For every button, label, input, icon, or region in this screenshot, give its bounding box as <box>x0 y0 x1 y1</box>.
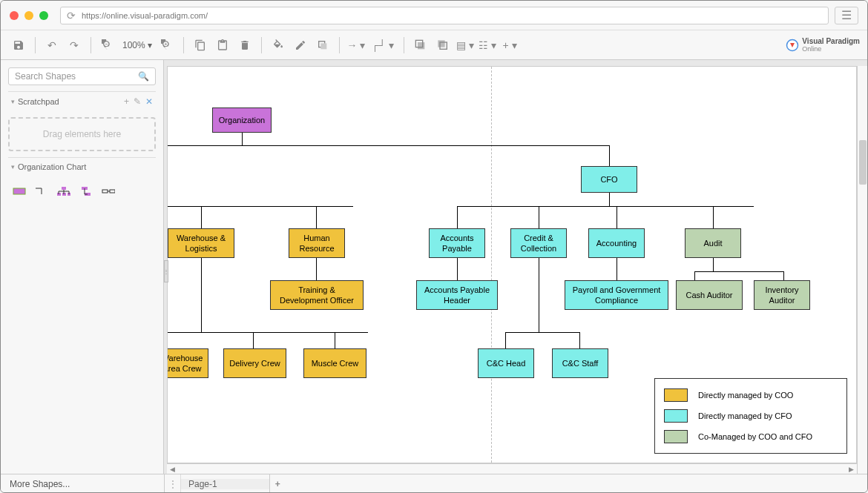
connection-button[interactable]: → ▾ <box>346 35 366 56</box>
paste-button[interactable] <box>212 35 233 56</box>
node-acct[interactable]: Accounting <box>588 228 645 258</box>
delete-button[interactable] <box>234 35 255 56</box>
zoom-in-button[interactable] <box>157 35 177 56</box>
url-text: https://online.visual-paradigm.com/ <box>82 11 208 20</box>
window-maximize[interactable] <box>39 11 48 20</box>
redo-button[interactable]: ↷ <box>64 35 85 56</box>
legend-swatch-coo <box>664 388 688 402</box>
node-whcrew[interactable]: Warehouse Area Crew <box>167 348 208 378</box>
node-mc[interactable]: Muscle Crew <box>303 348 366 378</box>
node-ap[interactable]: Accounts Payable <box>429 228 485 258</box>
node-training[interactable]: Training & Development Officer <box>270 280 364 310</box>
shape-box-icon[interactable] <box>13 186 26 196</box>
shape-palette <box>8 182 156 201</box>
zoom-out-button[interactable] <box>97 35 118 56</box>
fill-color-button[interactable] <box>268 35 289 56</box>
browser-menu[interactable]: ☰ <box>835 7 858 24</box>
legend-row-coo: Directly managed by COO <box>661 385 841 406</box>
guide-line <box>491 67 492 463</box>
copy-button[interactable] <box>190 35 211 56</box>
sidebar-collapse-handle[interactable]: ⋮ <box>164 260 168 282</box>
legend-label: Directly managed by CFO <box>698 411 792 420</box>
to-front-button[interactable] <box>410 35 431 56</box>
svg-rect-8 <box>62 187 66 190</box>
palette-title: Organization Chart <box>18 162 86 171</box>
tab-label: Page-1 <box>181 479 269 489</box>
search-shapes-input[interactable]: Search Shapes 🔍 <box>8 67 156 85</box>
scratchpad-dropzone[interactable]: Drag elements here <box>8 117 156 151</box>
add-button[interactable]: + ▾ <box>499 35 520 56</box>
node-aph[interactable]: Accounts Payable Header <box>416 280 498 310</box>
brand-sub: Online <box>802 45 860 53</box>
shape-tree3-icon[interactable] <box>57 186 70 196</box>
shape-tree2-icon[interactable] <box>79 186 93 196</box>
more-shapes-link[interactable]: More Shapes... <box>1 474 164 493</box>
browser-bar: ⟳ https://online.visual-paradigm.com/ ☰ <box>1 1 867 30</box>
node-cfo[interactable]: CFO <box>581 166 637 193</box>
legend-row-cfo: Directly managed by CFO <box>661 406 841 426</box>
page-tab-1[interactable]: ⋮ Page-1 <box>164 474 269 493</box>
url-bar[interactable]: ⟳ https://online.visual-paradigm.com/ <box>60 7 829 24</box>
node-warehouse[interactable]: Warehouse & Logistics <box>168 228 234 258</box>
page-tabs: More Shapes... ⋮ Page-1 + <box>1 474 867 493</box>
reload-icon[interactable]: ⟳ <box>67 10 76 21</box>
line-color-button[interactable] <box>290 35 311 56</box>
save-button[interactable] <box>8 35 29 56</box>
scratchpad-add-icon[interactable]: + <box>124 96 129 107</box>
window-close[interactable] <box>10 11 19 20</box>
legend-swatch-both <box>664 430 688 443</box>
node-cash[interactable]: Cash Auditor <box>676 280 743 310</box>
brand: Visual ParadigmOnline <box>786 37 860 53</box>
horizontal-scrollbar[interactable]: ◀▶ <box>167 463 857 474</box>
brand-name: Visual Paradigm <box>802 37 860 45</box>
zoom-value: 100% <box>122 40 145 50</box>
add-page-button[interactable]: + <box>269 474 286 493</box>
sidebar: Search Shapes 🔍 ▾ Scratchpad + ✎ ✕ Drag … <box>1 60 164 474</box>
scratchpad-close-icon[interactable]: ✕ <box>145 96 153 107</box>
legend-swatch-cfo <box>664 409 688 423</box>
window-controls <box>10 11 48 20</box>
diagram-canvas[interactable]: Organization CFO Warehouse & Logistics H… <box>167 66 857 463</box>
svg-rect-1 <box>320 43 326 49</box>
collapse-icon: ▾ <box>11 98 15 105</box>
scratchpad-title: Scratchpad <box>18 97 59 106</box>
align-button[interactable]: ▤ ▾ <box>455 35 476 56</box>
scroll-thumb[interactable] <box>859 140 867 185</box>
node-pgc[interactable]: Payroll and Government Compliance <box>565 280 668 310</box>
brand-icon <box>786 39 799 52</box>
svg-rect-14 <box>102 190 108 193</box>
node-inv[interactable]: Inventory Auditor <box>754 280 810 310</box>
shape-elbow-icon[interactable] <box>35 186 48 196</box>
node-hr[interactable]: Human Resource <box>289 228 345 258</box>
node-audit[interactable]: Audit <box>685 228 741 258</box>
svg-rect-2 <box>418 42 424 49</box>
app-toolbar: ↶ ↷ 100% ▾ → ▾ ┌┘ ▾ ▤ ▾ ☷ ▾ + ▾ Visual P… <box>1 30 867 60</box>
legend-row-both: Co-Managed by COO and CFO <box>661 426 841 447</box>
waypoint-button[interactable]: ┌┘ ▾ <box>368 35 398 56</box>
canvas-wrapper: Organization CFO Warehouse & Logistics H… <box>164 60 867 474</box>
scratchpad-header[interactable]: ▾ Scratchpad + ✎ ✕ <box>8 91 156 111</box>
legend-label: Directly managed by COO <box>698 391 793 400</box>
node-cc[interactable]: Credit & Collection <box>510 228 567 258</box>
legend[interactable]: Directly managed by COO Directly managed… <box>654 378 847 454</box>
svg-rect-4 <box>438 40 444 47</box>
collapse-icon: ▾ <box>11 163 15 171</box>
undo-button[interactable]: ↶ <box>42 35 62 56</box>
legend-label: Co-Managed by COO and CFO <box>698 432 812 441</box>
tab-menu-icon[interactable]: ⋮ <box>165 474 181 493</box>
to-back-button[interactable] <box>433 35 453 56</box>
scratchpad-edit-icon[interactable]: ✎ <box>134 96 141 107</box>
vertical-scrollbar[interactable] <box>857 66 867 474</box>
search-placeholder: Search Shapes <box>15 71 76 82</box>
svg-rect-7 <box>13 188 25 194</box>
shape-side-icon[interactable] <box>102 186 115 196</box>
node-cch[interactable]: C&C Head <box>478 348 534 378</box>
node-ccs[interactable]: C&C Staff <box>552 348 608 378</box>
node-organization[interactable]: Organization <box>212 107 272 133</box>
shadow-button[interactable] <box>312 35 333 56</box>
node-dc[interactable]: Delivery Crew <box>223 348 286 378</box>
palette-header[interactable]: ▾ Organization Chart <box>8 157 156 176</box>
zoom-level[interactable]: 100% ▾ <box>119 40 155 50</box>
distribute-button[interactable]: ☷ ▾ <box>477 35 498 56</box>
window-minimize[interactable] <box>24 11 33 20</box>
